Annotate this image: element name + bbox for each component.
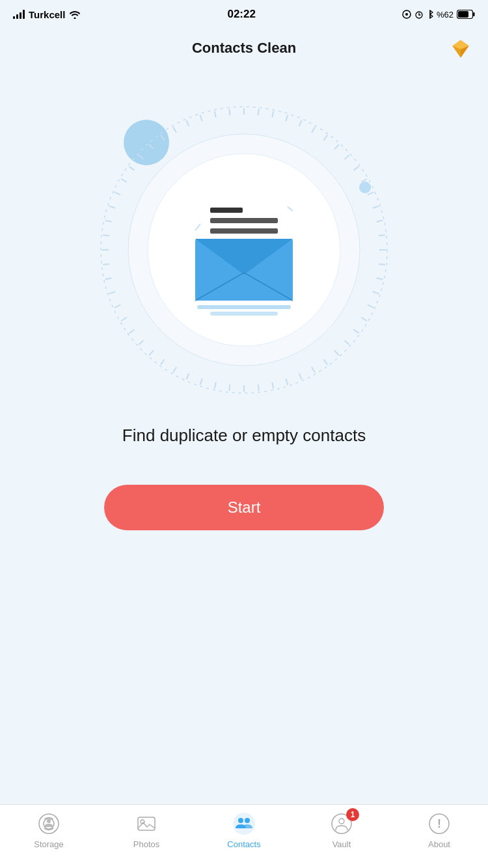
wifi-icon	[69, 10, 81, 19]
tab-bar: Storage Photos Contacts	[0, 804, 488, 868]
svg-line-30	[379, 264, 385, 265]
description-text: Find duplicate or empty contacts	[96, 426, 392, 446]
page-title: Contacts Clean	[192, 40, 296, 57]
svg-line-43	[258, 385, 259, 391]
tick-ring	[94, 100, 394, 400]
photos-icon-wrap	[134, 811, 159, 836]
tab-storage[interactable]: Storage	[10, 811, 88, 849]
tab-contacts-label: Contacts	[227, 839, 260, 849]
about-icon-wrap: !	[427, 811, 452, 836]
svg-line-31	[376, 278, 383, 279]
tab-photos[interactable]: Photos	[107, 811, 185, 849]
svg-line-45	[229, 385, 230, 391]
tab-vault-label: Vault	[332, 839, 351, 849]
svg-line-23	[353, 167, 359, 170]
svg-point-1	[405, 13, 408, 16]
svg-line-15	[258, 109, 259, 115]
svg-point-91	[233, 813, 255, 835]
contacts-icon	[232, 811, 256, 836]
svg-line-16	[272, 111, 273, 118]
storage-icon	[38, 813, 60, 835]
svg-line-61	[105, 221, 112, 222]
svg-rect-77	[210, 208, 243, 213]
svg-rect-85	[210, 312, 278, 316]
svg-line-53	[129, 329, 135, 333]
premium-icon[interactable]	[449, 36, 472, 60]
svg-line-28	[379, 235, 385, 236]
screen-lock-icon	[402, 10, 411, 19]
svg-line-17	[286, 115, 288, 122]
svg-line-62	[109, 206, 116, 208]
vault-badge: 1	[346, 808, 359, 821]
svg-line-27	[376, 221, 383, 222]
svg-line-42	[272, 382, 273, 388]
illustration	[81, 87, 407, 413]
storage-icon-wrap	[36, 811, 61, 836]
svg-line-51	[149, 351, 154, 355]
svg-line-25	[368, 192, 373, 195]
svg-point-95	[339, 819, 344, 824]
status-left: Turkcell	[13, 9, 81, 20]
tab-about-label: About	[428, 839, 450, 849]
svg-line-34	[361, 318, 367, 321]
svg-line-60	[103, 235, 109, 236]
deco-circle-small	[359, 182, 371, 193]
svg-line-21	[334, 144, 339, 149]
start-button[interactable]: Start	[104, 485, 384, 530]
svg-line-19	[312, 127, 315, 133]
svg-line-36	[345, 340, 349, 345]
svg-line-37	[334, 351, 339, 355]
svg-rect-7	[473, 12, 475, 16]
tab-contacts[interactable]: Contacts	[205, 811, 283, 849]
svg-rect-89	[138, 817, 155, 830]
main-content: Find duplicate or empty contacts Start	[0, 68, 488, 804]
svg-line-20	[323, 135, 327, 141]
svg-line-40	[299, 373, 302, 379]
battery-label: %62	[437, 10, 454, 20]
status-time: 02:22	[227, 8, 255, 21]
svg-line-39	[312, 367, 315, 373]
svg-line-32	[373, 292, 379, 293]
svg-point-88	[47, 819, 51, 823]
svg-line-57	[105, 278, 112, 279]
tab-photos-label: Photos	[133, 839, 159, 849]
svg-line-49	[173, 367, 176, 373]
svg-line-35	[353, 329, 359, 333]
svg-line-18	[299, 120, 302, 126]
svg-text:!: !	[437, 817, 441, 830]
svg-line-69	[173, 127, 176, 133]
svg-line-70	[186, 120, 189, 126]
svg-line-73	[229, 109, 230, 115]
photos-icon	[135, 813, 157, 835]
svg-line-52	[139, 340, 143, 345]
signal-icon	[13, 10, 25, 19]
svg-line-65	[129, 167, 135, 170]
svg-line-55	[115, 305, 120, 308]
svg-line-58	[103, 264, 109, 265]
svg-line-68	[161, 135, 165, 141]
svg-line-47	[200, 379, 202, 385]
svg-line-50	[161, 359, 165, 364]
svg-line-66	[139, 155, 143, 159]
svg-point-92	[238, 818, 243, 823]
svg-line-26	[373, 206, 379, 208]
svg-line-22	[345, 155, 349, 159]
tab-vault[interactable]: 1 Vault	[303, 811, 381, 849]
contacts-icon-wrap	[232, 811, 256, 836]
svg-line-64	[121, 179, 127, 182]
svg-line-41	[286, 379, 288, 385]
svg-rect-8	[458, 11, 468, 18]
svg-line-33	[368, 305, 373, 308]
svg-rect-78	[210, 218, 278, 223]
svg-line-38	[323, 359, 327, 364]
battery-icon	[457, 10, 475, 19]
tab-about[interactable]: ! About	[400, 811, 478, 849]
svg-rect-84	[197, 305, 291, 309]
svg-rect-79	[210, 228, 278, 234]
svg-line-72	[215, 111, 216, 118]
bluetooth-icon	[427, 10, 433, 19]
svg-line-46	[215, 382, 216, 388]
svg-point-93	[245, 818, 250, 823]
svg-line-56	[109, 292, 116, 293]
svg-line-71	[200, 115, 202, 122]
